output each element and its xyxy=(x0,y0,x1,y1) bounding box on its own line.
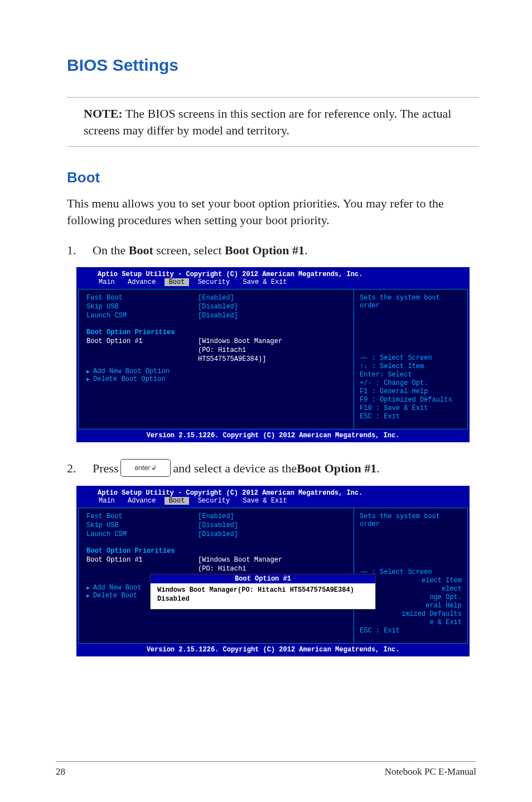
bios-tab-boot: Boot xyxy=(165,278,190,286)
bios2-top-text: Aptio Setup Utility - Copyright (C) 2012… xyxy=(78,487,468,497)
bios-top-text: Aptio Setup Utility - Copyright (C) 2012… xyxy=(78,268,468,278)
bios-boot1-v1: [Windows Boot Manager xyxy=(198,337,282,345)
bios2-bottom-text: Version 2.15.1226. Copyright (C) 2012 Am… xyxy=(78,644,468,655)
bios2-boot1-v1: [Windows Boot Manager xyxy=(198,556,282,564)
bios2-tab-boot: Boot xyxy=(165,497,190,505)
boot-option-popup: Boot Option #1 Windows Boot Manager(PO: … xyxy=(150,574,376,610)
bios2-skip-usb-k: Skip USB xyxy=(86,521,198,529)
bios2-help-line-6: e & Exit xyxy=(360,619,462,626)
bios-fast-boot-v: [Enabled] xyxy=(198,294,234,302)
step-1: 1. On the Boot screen, select Boot Optio… xyxy=(67,242,479,259)
popup-item-0: Windows Boot Manager(PO: Hitachi HTS5475… xyxy=(157,586,369,595)
bios-tab-save-exit: Save & Exit xyxy=(238,278,291,286)
bios2-tab-advance: Advance xyxy=(123,497,160,505)
bios-screenshot-2: Aptio Setup Utility - Copyright (C) 2012… xyxy=(76,486,470,656)
step-1-mid: screen, select xyxy=(153,243,225,257)
popup-title: Boot Option #1 xyxy=(151,574,375,583)
bios2-help-desc: Sets the system boot order xyxy=(360,513,462,528)
bios2-launch-csm-v: [Disabled] xyxy=(198,530,238,538)
bios-boot1-v3: HTS547575A9E384)] xyxy=(198,355,266,363)
bios-help-line-5: F9 : Optimized Defaults xyxy=(360,396,462,404)
note-block: NOTE: The BIOS screens in this section a… xyxy=(67,97,479,147)
bios2-fast-boot-k: Fast Boot xyxy=(86,513,198,520)
note-text: The BIOS screens in this section are for… xyxy=(84,107,451,137)
bios-delete-boot: Delete Boot Option xyxy=(86,375,348,383)
page-number: 28 xyxy=(56,766,65,777)
bios-skip-usb-k: Skip USB xyxy=(86,303,198,311)
bios-left-panel: Fast Boot[Enabled] Skip USB[Disabled] La… xyxy=(78,289,354,429)
bios-tabs: Main Advance Boot Security Save & Exit xyxy=(78,278,468,288)
enter-key-icon: enter↲ xyxy=(120,459,171,477)
bios2-help-line-7: ESC : Exit xyxy=(360,627,462,635)
step-2-post: . xyxy=(376,460,380,477)
page-footer: 28 Notebook PC E-Manual xyxy=(56,761,476,777)
bios2-skip-usb-v: [Disabled] xyxy=(198,521,238,529)
step-1-pre: On the xyxy=(93,243,129,257)
bios2-fast-boot-v: [Enabled] xyxy=(198,513,234,520)
bios-boot1-k: Boot Option #1 xyxy=(86,337,198,345)
page-title: BIOS Settings xyxy=(67,56,479,75)
step-1-b1: Boot xyxy=(129,243,153,257)
bios2-boot1-k: Boot Option #1 xyxy=(86,556,198,564)
bios2-launch-csm-k: Launch CSM xyxy=(86,530,198,538)
bios-help-line-6: F10 : Save & Exit xyxy=(360,404,462,412)
bios-fast-boot-k: Fast Boot xyxy=(86,294,198,302)
popup-item-1: Disabled xyxy=(157,595,369,603)
step-2-b1: Boot Option #1 xyxy=(297,460,376,477)
bios-launch-csm-k: Launch CSM xyxy=(86,312,198,320)
bios2-tabs: Main Advance Boot Security Save & Exit xyxy=(78,497,468,506)
bios-skip-usb-v: [Disabled] xyxy=(198,303,238,311)
step-2-mid: and select a device as the xyxy=(173,460,297,477)
bios-help-line-2: Enter: Select xyxy=(360,371,462,379)
intro-text: This menu allows you to set your boot op… xyxy=(67,195,479,228)
step-1-post: . xyxy=(304,243,308,257)
step-1-b2: Boot Option #1 xyxy=(225,243,304,257)
bios2-tab-save-exit: Save & Exit xyxy=(238,497,291,505)
bios-boot1-v2: (PO: Hitachi xyxy=(198,346,246,354)
bios2-boot-prio-header: Boot Option Priorities xyxy=(86,547,198,555)
section-heading-boot: Boot xyxy=(67,169,479,186)
bios-help-line-4: F1 : General Help xyxy=(360,388,462,395)
bios-tab-advance: Advance xyxy=(123,278,160,286)
bios-boot-prio-header: Boot Option Priorities xyxy=(86,328,198,336)
bios2-tab-security: Security xyxy=(194,497,235,505)
step-2: 2. Press enter↲ and select a device as t… xyxy=(67,459,479,477)
footer-title: Notebook PC E-Manual xyxy=(385,766,476,777)
bios-tab-main: Main xyxy=(94,278,119,286)
bios-help-line-1: ↑↓ : Select Item xyxy=(360,363,462,370)
bios2-tab-main: Main xyxy=(94,497,119,505)
step-2-number: 2. xyxy=(67,460,80,477)
step-1-number: 1. xyxy=(67,242,80,259)
bios-help-line-7: ESC : Exit xyxy=(360,413,462,421)
bios-help-line-0: →← : Select Screen xyxy=(360,354,462,362)
bios-help-desc: Sets the system boot order xyxy=(360,294,462,310)
bios-bottom-text: Version 2.15.1226. Copyright (C) 2012 Am… xyxy=(78,430,468,441)
bios-screenshot-1: Aptio Setup Utility - Copyright (C) 2012… xyxy=(76,267,470,442)
bios-add-new-boot: Add New Boot Option xyxy=(86,368,348,375)
note-label: NOTE: xyxy=(84,107,123,120)
bios2-boot1-v2: (PO: Hitachi xyxy=(198,565,246,573)
bios-launch-csm-v: [Disabled] xyxy=(198,312,238,320)
bios-help-line-3: +/- : Change Opt. xyxy=(360,379,462,387)
bios2-left-panel: Fast Boot[Enabled] Skip USB[Disabled] La… xyxy=(78,508,354,644)
bios-tab-security: Security xyxy=(194,278,235,286)
bios2-help-line-5: imized Defaults xyxy=(360,610,462,618)
step-2-pre: Press xyxy=(93,460,118,477)
bios-right-panel: Sets the system boot order →← : Select S… xyxy=(354,289,468,429)
